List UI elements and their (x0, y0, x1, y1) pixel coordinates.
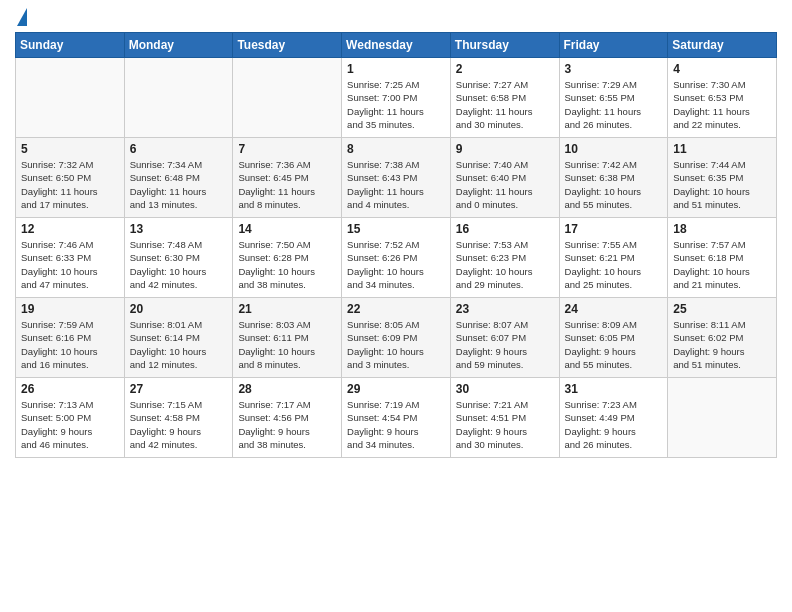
day-of-week-header: Sunday (16, 33, 125, 58)
day-of-week-header: Monday (124, 33, 233, 58)
calendar-cell: 27Sunrise: 7:15 AM Sunset: 4:58 PM Dayli… (124, 378, 233, 458)
calendar-week-row: 12Sunrise: 7:46 AM Sunset: 6:33 PM Dayli… (16, 218, 777, 298)
day-number: 1 (347, 62, 445, 76)
day-info: Sunrise: 7:21 AM Sunset: 4:51 PM Dayligh… (456, 398, 554, 451)
calendar-cell: 9Sunrise: 7:40 AM Sunset: 6:40 PM Daylig… (450, 138, 559, 218)
day-number: 4 (673, 62, 771, 76)
day-info: Sunrise: 7:30 AM Sunset: 6:53 PM Dayligh… (673, 78, 771, 131)
day-number: 25 (673, 302, 771, 316)
calendar-cell: 23Sunrise: 8:07 AM Sunset: 6:07 PM Dayli… (450, 298, 559, 378)
calendar-cell (668, 378, 777, 458)
day-info: Sunrise: 7:50 AM Sunset: 6:28 PM Dayligh… (238, 238, 336, 291)
calendar-cell: 10Sunrise: 7:42 AM Sunset: 6:38 PM Dayli… (559, 138, 668, 218)
calendar-cell (124, 58, 233, 138)
day-info: Sunrise: 7:38 AM Sunset: 6:43 PM Dayligh… (347, 158, 445, 211)
day-number: 10 (565, 142, 663, 156)
day-number: 15 (347, 222, 445, 236)
day-number: 5 (21, 142, 119, 156)
day-info: Sunrise: 7:57 AM Sunset: 6:18 PM Dayligh… (673, 238, 771, 291)
calendar-cell: 28Sunrise: 7:17 AM Sunset: 4:56 PM Dayli… (233, 378, 342, 458)
calendar-cell: 6Sunrise: 7:34 AM Sunset: 6:48 PM Daylig… (124, 138, 233, 218)
day-number: 22 (347, 302, 445, 316)
day-info: Sunrise: 7:40 AM Sunset: 6:40 PM Dayligh… (456, 158, 554, 211)
calendar-cell: 18Sunrise: 7:57 AM Sunset: 6:18 PM Dayli… (668, 218, 777, 298)
calendar-cell: 30Sunrise: 7:21 AM Sunset: 4:51 PM Dayli… (450, 378, 559, 458)
calendar-cell: 21Sunrise: 8:03 AM Sunset: 6:11 PM Dayli… (233, 298, 342, 378)
day-number: 16 (456, 222, 554, 236)
calendar-week-row: 26Sunrise: 7:13 AM Sunset: 5:00 PM Dayli… (16, 378, 777, 458)
day-number: 19 (21, 302, 119, 316)
calendar-cell: 25Sunrise: 8:11 AM Sunset: 6:02 PM Dayli… (668, 298, 777, 378)
day-number: 11 (673, 142, 771, 156)
day-number: 17 (565, 222, 663, 236)
calendar-cell: 19Sunrise: 7:59 AM Sunset: 6:16 PM Dayli… (16, 298, 125, 378)
day-number: 12 (21, 222, 119, 236)
calendar-week-row: 5Sunrise: 7:32 AM Sunset: 6:50 PM Daylig… (16, 138, 777, 218)
day-info: Sunrise: 7:44 AM Sunset: 6:35 PM Dayligh… (673, 158, 771, 211)
day-info: Sunrise: 7:27 AM Sunset: 6:58 PM Dayligh… (456, 78, 554, 131)
calendar-cell: 15Sunrise: 7:52 AM Sunset: 6:26 PM Dayli… (342, 218, 451, 298)
day-info: Sunrise: 7:13 AM Sunset: 5:00 PM Dayligh… (21, 398, 119, 451)
day-number: 27 (130, 382, 228, 396)
day-of-week-header: Saturday (668, 33, 777, 58)
calendar-cell: 14Sunrise: 7:50 AM Sunset: 6:28 PM Dayli… (233, 218, 342, 298)
day-number: 21 (238, 302, 336, 316)
calendar-cell: 22Sunrise: 8:05 AM Sunset: 6:09 PM Dayli… (342, 298, 451, 378)
day-info: Sunrise: 7:52 AM Sunset: 6:26 PM Dayligh… (347, 238, 445, 291)
day-info: Sunrise: 7:29 AM Sunset: 6:55 PM Dayligh… (565, 78, 663, 131)
day-info: Sunrise: 8:03 AM Sunset: 6:11 PM Dayligh… (238, 318, 336, 371)
day-number: 24 (565, 302, 663, 316)
day-info: Sunrise: 7:34 AM Sunset: 6:48 PM Dayligh… (130, 158, 228, 211)
calendar-cell: 11Sunrise: 7:44 AM Sunset: 6:35 PM Dayli… (668, 138, 777, 218)
day-number: 9 (456, 142, 554, 156)
day-number: 13 (130, 222, 228, 236)
day-number: 14 (238, 222, 336, 236)
day-number: 18 (673, 222, 771, 236)
day-number: 7 (238, 142, 336, 156)
day-of-week-header: Friday (559, 33, 668, 58)
day-info: Sunrise: 7:36 AM Sunset: 6:45 PM Dayligh… (238, 158, 336, 211)
day-of-week-header: Tuesday (233, 33, 342, 58)
day-of-week-header: Wednesday (342, 33, 451, 58)
calendar-cell: 4Sunrise: 7:30 AM Sunset: 6:53 PM Daylig… (668, 58, 777, 138)
day-info: Sunrise: 7:25 AM Sunset: 7:00 PM Dayligh… (347, 78, 445, 131)
calendar-cell (16, 58, 125, 138)
logo-triangle-icon (17, 8, 27, 26)
day-number: 31 (565, 382, 663, 396)
calendar-cell: 2Sunrise: 7:27 AM Sunset: 6:58 PM Daylig… (450, 58, 559, 138)
header (15, 10, 777, 26)
day-info: Sunrise: 7:59 AM Sunset: 6:16 PM Dayligh… (21, 318, 119, 371)
day-number: 6 (130, 142, 228, 156)
day-info: Sunrise: 7:23 AM Sunset: 4:49 PM Dayligh… (565, 398, 663, 451)
calendar-cell: 24Sunrise: 8:09 AM Sunset: 6:05 PM Dayli… (559, 298, 668, 378)
calendar-cell: 12Sunrise: 7:46 AM Sunset: 6:33 PM Dayli… (16, 218, 125, 298)
calendar-cell: 17Sunrise: 7:55 AM Sunset: 6:21 PM Dayli… (559, 218, 668, 298)
day-number: 20 (130, 302, 228, 316)
day-number: 26 (21, 382, 119, 396)
day-info: Sunrise: 8:11 AM Sunset: 6:02 PM Dayligh… (673, 318, 771, 371)
calendar-cell: 20Sunrise: 8:01 AM Sunset: 6:14 PM Dayli… (124, 298, 233, 378)
day-of-week-header: Thursday (450, 33, 559, 58)
day-info: Sunrise: 7:19 AM Sunset: 4:54 PM Dayligh… (347, 398, 445, 451)
calendar-cell: 7Sunrise: 7:36 AM Sunset: 6:45 PM Daylig… (233, 138, 342, 218)
calendar-cell: 8Sunrise: 7:38 AM Sunset: 6:43 PM Daylig… (342, 138, 451, 218)
page: SundayMondayTuesdayWednesdayThursdayFrid… (0, 0, 792, 473)
calendar-cell: 31Sunrise: 7:23 AM Sunset: 4:49 PM Dayli… (559, 378, 668, 458)
calendar-cell: 16Sunrise: 7:53 AM Sunset: 6:23 PM Dayli… (450, 218, 559, 298)
calendar-cell: 26Sunrise: 7:13 AM Sunset: 5:00 PM Dayli… (16, 378, 125, 458)
day-info: Sunrise: 8:07 AM Sunset: 6:07 PM Dayligh… (456, 318, 554, 371)
calendar-week-row: 19Sunrise: 7:59 AM Sunset: 6:16 PM Dayli… (16, 298, 777, 378)
day-number: 8 (347, 142, 445, 156)
day-number: 3 (565, 62, 663, 76)
day-info: Sunrise: 7:46 AM Sunset: 6:33 PM Dayligh… (21, 238, 119, 291)
day-info: Sunrise: 7:53 AM Sunset: 6:23 PM Dayligh… (456, 238, 554, 291)
day-info: Sunrise: 8:01 AM Sunset: 6:14 PM Dayligh… (130, 318, 228, 371)
calendar-cell: 5Sunrise: 7:32 AM Sunset: 6:50 PM Daylig… (16, 138, 125, 218)
day-number: 28 (238, 382, 336, 396)
day-info: Sunrise: 7:15 AM Sunset: 4:58 PM Dayligh… (130, 398, 228, 451)
calendar-cell (233, 58, 342, 138)
day-info: Sunrise: 7:48 AM Sunset: 6:30 PM Dayligh… (130, 238, 228, 291)
day-info: Sunrise: 7:55 AM Sunset: 6:21 PM Dayligh… (565, 238, 663, 291)
day-number: 30 (456, 382, 554, 396)
logo (15, 10, 27, 26)
